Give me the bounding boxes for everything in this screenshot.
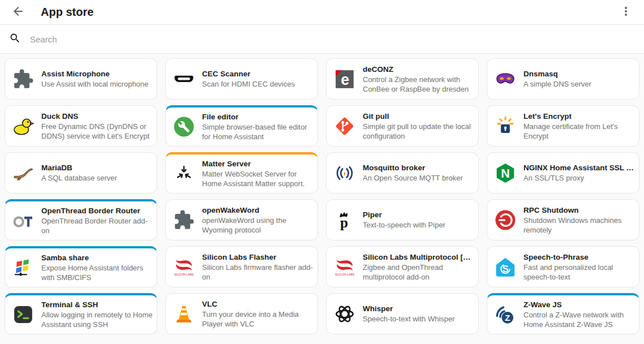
mask-icon xyxy=(494,68,517,91)
addon-card-samba-share[interactable]: Samba share Expose Home Assistant folder… xyxy=(5,246,157,287)
addon-title: Dnsmasq xyxy=(523,69,636,79)
addon-card-silicon-labs-multiprotocol[interactable]: SILICON LABS Silicon Labs Multiprotocol … xyxy=(326,246,479,287)
addon-title: Silicon Labs Multiprotocol [deprecated] xyxy=(363,252,475,263)
kebab-menu-icon xyxy=(619,5,633,20)
addon-description: Simple browser-based file editor for Hom… xyxy=(202,122,314,141)
arrow-left-icon xyxy=(11,5,25,20)
speech-house-icon: S xyxy=(494,256,517,278)
addon-card-whisper[interactable]: Whisper Speech-to-text with Whisper xyxy=(326,293,479,334)
addon-card-mariadb[interactable]: MariaDB A SQL database server xyxy=(5,152,157,194)
addon-title: Mosquitto broker xyxy=(363,163,475,173)
addon-title: RPC Shutdown xyxy=(523,205,636,216)
addon-title: File editor xyxy=(202,112,314,122)
addon-title: Let's Encrypt xyxy=(523,111,636,122)
addon-card-z-wave-js[interactable]: Z Z-Wave JS Control a Z-Wave network wit… xyxy=(487,293,639,334)
padlock-icon xyxy=(494,115,517,137)
addon-card-matter-server[interactable]: Matter Server Matter WebSocket Server fo… xyxy=(165,152,318,194)
addon-card-nginx-ssl-proxy[interactable]: N NGINX Home Assistant SSL proxy An SSL/… xyxy=(487,152,639,194)
addon-description: A SQL database server xyxy=(41,173,153,183)
hdmi-icon xyxy=(173,68,195,91)
addon-description: Free Dynamic DNS (DynDNS or DDNS) servic… xyxy=(41,122,153,141)
addon-title: CEC Scanner xyxy=(202,69,314,79)
search-bar xyxy=(0,25,644,54)
addon-card-duck-dns[interactable]: Duck DNS Free Dynamic DNS (DynDNS or DDN… xyxy=(5,105,157,147)
svg-text:p: p xyxy=(340,214,348,230)
svg-text:SILICON LABS: SILICON LABS xyxy=(335,273,355,276)
addon-description: Manage certificate from Let's Encrypt xyxy=(523,122,636,141)
addon-card-git-pull[interactable]: Git pull Simple git pull to update the l… xyxy=(326,105,479,147)
addon-card-vlc[interactable]: VLC Turn your device into a Media Player… xyxy=(165,293,318,334)
addon-description: Simple git pull to update the local conf… xyxy=(363,122,475,141)
radio-waves-icon xyxy=(333,162,356,184)
addon-description: Scan for HDMI CEC devices xyxy=(202,79,314,89)
addon-description: Use Assist with local microphone xyxy=(41,79,153,89)
wrench-icon xyxy=(173,115,195,138)
piper-icon: p xyxy=(333,209,356,231)
addon-title: OpenThread Border Router xyxy=(41,206,153,216)
addon-title: Samba share xyxy=(41,253,153,263)
nginx-icon: N xyxy=(494,162,517,184)
addon-title: Assist Microphone xyxy=(41,69,153,79)
addon-description: Speech-to-text with Whisper xyxy=(363,314,475,324)
addon-card-speech-to-phrase[interactable]: S Speech-to-Phrase Fast and personalized… xyxy=(487,246,639,287)
addon-description: Fast and personalized local speech-to-te… xyxy=(523,263,636,282)
matter-icon xyxy=(173,162,195,185)
addon-description: An Open Source MQTT broker xyxy=(363,173,475,183)
addon-description: A simple DNS server xyxy=(523,79,636,89)
duck-icon xyxy=(12,115,35,137)
addon-description: Turn your device into a Media Player wit… xyxy=(202,309,314,329)
addon-title: Matter Server xyxy=(202,159,314,169)
addon-title: MariaDB xyxy=(41,163,153,173)
addon-card-lets-encrypt[interactable]: Let's Encrypt Manage certificate from Le… xyxy=(487,105,639,147)
addon-title: Z-Wave JS xyxy=(523,300,636,310)
addon-card-dnsmasq[interactable]: Dnsmasq A simple DNS server xyxy=(487,58,639,100)
addon-description: Text-to-speech with Piper xyxy=(363,220,475,230)
svg-text:e: e xyxy=(341,71,349,88)
addon-description: Silicon Labs firmware flasher add-on xyxy=(202,263,314,282)
silicon-labs-icon: SILICON LABS xyxy=(333,256,356,278)
search-icon xyxy=(9,32,21,46)
addon-title: Silicon Labs Flasher xyxy=(202,252,314,263)
silicon-labs-icon: SILICON LABS xyxy=(173,256,195,278)
addon-description: Allow logging in remotely to Home Assist… xyxy=(41,310,153,329)
terminal-icon xyxy=(12,303,35,326)
svg-text:N: N xyxy=(501,166,510,180)
svg-text:S: S xyxy=(502,264,508,274)
power-icon xyxy=(494,209,517,231)
traffic-cone-icon xyxy=(173,303,195,325)
seal-icon xyxy=(12,162,35,184)
svg-text:Z: Z xyxy=(505,313,510,322)
addon-card-silicon-labs-flasher[interactable]: SILICON LABS Silicon Labs Flasher Silico… xyxy=(165,246,318,287)
addon-card-mosquitto-broker[interactable]: Mosquitto broker An Open Source MQTT bro… xyxy=(326,152,479,194)
addon-card-file-editor[interactable]: File editor Simple browser-based file ed… xyxy=(165,105,318,147)
addon-description: openWakeWord using the Wyoming protocol xyxy=(202,216,314,235)
addon-title: Duck DNS xyxy=(41,111,153,122)
overflow-menu-button[interactable] xyxy=(616,2,636,23)
page-title: App store xyxy=(41,6,616,19)
addon-description: An SSL/TLS proxy xyxy=(523,173,636,183)
search-input[interactable] xyxy=(30,35,635,44)
whisper-knot-icon xyxy=(333,303,356,325)
addon-description: OpenThread Border Router add-on xyxy=(41,216,153,235)
samba-icon xyxy=(12,256,35,279)
addon-card-cec-scanner[interactable]: CEC Scanner Scan for HDMI CEC devices xyxy=(165,58,318,100)
addon-title: Terminal & SSH xyxy=(41,300,153,310)
git-icon xyxy=(333,115,356,137)
addon-title: Git pull xyxy=(363,111,475,122)
zwave-icon: Z xyxy=(494,303,517,326)
app-bar: App store xyxy=(0,0,644,25)
addon-card-rpc-shutdown[interactable]: RPC Shutdown Shutdown Windows machines r… xyxy=(487,199,639,240)
addon-title: Whisper xyxy=(363,304,475,314)
addon-description: Zigbee and OpenThread multiprotocol add-… xyxy=(363,263,475,282)
svg-text:SILICON LABS: SILICON LABS xyxy=(174,273,194,276)
addon-grid: Assist Microphone Use Assist with local … xyxy=(0,54,644,339)
addon-title: Speech-to-Phrase xyxy=(523,252,636,263)
addon-card-assist-microphone[interactable]: Assist Microphone Use Assist with local … xyxy=(5,58,157,100)
addon-card-deconz[interactable]: e deCONZ Control a Zigbee network with C… xyxy=(326,58,479,100)
addon-card-terminal-ssh[interactable]: Terminal & SSH Allow logging in remotely… xyxy=(5,293,157,334)
addon-card-openwakeword[interactable]: openWakeWord openWakeWord using the Wyom… xyxy=(165,199,318,240)
addon-description: Expose Home Assistant folders with SMB/C… xyxy=(41,263,153,282)
addon-card-piper[interactable]: p Piper Text-to-speech with Piper xyxy=(326,199,479,240)
addon-card-openthread-border-router[interactable]: OpenThread Border Router OpenThread Bord… xyxy=(5,199,157,240)
back-button[interactable] xyxy=(8,2,28,23)
